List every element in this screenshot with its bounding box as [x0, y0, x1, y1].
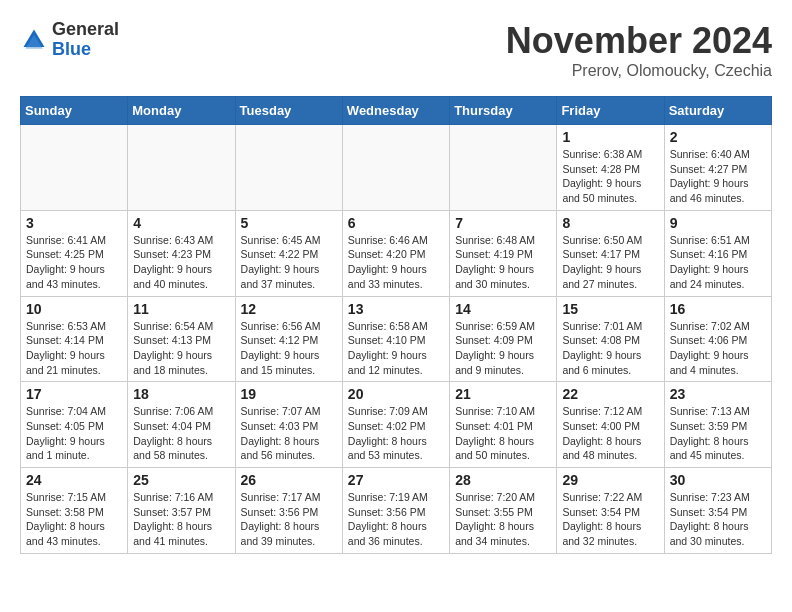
day-number: 13 — [348, 301, 444, 317]
day-detail: Sunrise: 6:46 AM Sunset: 4:20 PM Dayligh… — [348, 233, 444, 292]
day-detail: Sunrise: 7:13 AM Sunset: 3:59 PM Dayligh… — [670, 404, 766, 463]
day-number: 26 — [241, 472, 337, 488]
day-detail: Sunrise: 7:23 AM Sunset: 3:54 PM Dayligh… — [670, 490, 766, 549]
calendar-cell: 4Sunrise: 6:43 AM Sunset: 4:23 PM Daylig… — [128, 210, 235, 296]
day-detail: Sunrise: 6:41 AM Sunset: 4:25 PM Dayligh… — [26, 233, 122, 292]
day-of-week-tuesday: Tuesday — [235, 97, 342, 125]
day-detail: Sunrise: 7:09 AM Sunset: 4:02 PM Dayligh… — [348, 404, 444, 463]
day-of-week-friday: Friday — [557, 97, 664, 125]
calendar-cell: 9Sunrise: 6:51 AM Sunset: 4:16 PM Daylig… — [664, 210, 771, 296]
day-number: 17 — [26, 386, 122, 402]
calendar-cell: 21Sunrise: 7:10 AM Sunset: 4:01 PM Dayli… — [450, 382, 557, 468]
day-number: 14 — [455, 301, 551, 317]
day-number: 5 — [241, 215, 337, 231]
day-number: 2 — [670, 129, 766, 145]
calendar-cell: 29Sunrise: 7:22 AM Sunset: 3:54 PM Dayli… — [557, 468, 664, 554]
day-of-week-wednesday: Wednesday — [342, 97, 449, 125]
day-number: 11 — [133, 301, 229, 317]
day-number: 15 — [562, 301, 658, 317]
calendar-week-5: 24Sunrise: 7:15 AM Sunset: 3:58 PM Dayli… — [21, 468, 772, 554]
day-number: 27 — [348, 472, 444, 488]
day-number: 4 — [133, 215, 229, 231]
day-number: 12 — [241, 301, 337, 317]
day-detail: Sunrise: 6:38 AM Sunset: 4:28 PM Dayligh… — [562, 147, 658, 206]
day-detail: Sunrise: 6:53 AM Sunset: 4:14 PM Dayligh… — [26, 319, 122, 378]
day-number: 8 — [562, 215, 658, 231]
day-detail: Sunrise: 7:06 AM Sunset: 4:04 PM Dayligh… — [133, 404, 229, 463]
calendar-cell: 2Sunrise: 6:40 AM Sunset: 4:27 PM Daylig… — [664, 125, 771, 211]
day-detail: Sunrise: 6:40 AM Sunset: 4:27 PM Dayligh… — [670, 147, 766, 206]
days-of-week-row: SundayMondayTuesdayWednesdayThursdayFrid… — [21, 97, 772, 125]
logo-text: General Blue — [52, 20, 119, 60]
calendar-cell: 27Sunrise: 7:19 AM Sunset: 3:56 PM Dayli… — [342, 468, 449, 554]
day-detail: Sunrise: 7:17 AM Sunset: 3:56 PM Dayligh… — [241, 490, 337, 549]
calendar-cell: 22Sunrise: 7:12 AM Sunset: 4:00 PM Dayli… — [557, 382, 664, 468]
day-detail: Sunrise: 6:59 AM Sunset: 4:09 PM Dayligh… — [455, 319, 551, 378]
calendar-cell: 30Sunrise: 7:23 AM Sunset: 3:54 PM Dayli… — [664, 468, 771, 554]
day-detail: Sunrise: 7:01 AM Sunset: 4:08 PM Dayligh… — [562, 319, 658, 378]
day-detail: Sunrise: 7:12 AM Sunset: 4:00 PM Dayligh… — [562, 404, 658, 463]
calendar-cell: 17Sunrise: 7:04 AM Sunset: 4:05 PM Dayli… — [21, 382, 128, 468]
calendar-cell: 11Sunrise: 6:54 AM Sunset: 4:13 PM Dayli… — [128, 296, 235, 382]
day-number: 1 — [562, 129, 658, 145]
calendar-cell: 3Sunrise: 6:41 AM Sunset: 4:25 PM Daylig… — [21, 210, 128, 296]
calendar-cell: 25Sunrise: 7:16 AM Sunset: 3:57 PM Dayli… — [128, 468, 235, 554]
calendar-cell — [450, 125, 557, 211]
day-detail: Sunrise: 6:50 AM Sunset: 4:17 PM Dayligh… — [562, 233, 658, 292]
calendar-cell: 26Sunrise: 7:17 AM Sunset: 3:56 PM Dayli… — [235, 468, 342, 554]
day-detail: Sunrise: 6:43 AM Sunset: 4:23 PM Dayligh… — [133, 233, 229, 292]
day-number: 18 — [133, 386, 229, 402]
day-detail: Sunrise: 7:22 AM Sunset: 3:54 PM Dayligh… — [562, 490, 658, 549]
day-detail: Sunrise: 6:56 AM Sunset: 4:12 PM Dayligh… — [241, 319, 337, 378]
calendar-cell: 18Sunrise: 7:06 AM Sunset: 4:04 PM Dayli… — [128, 382, 235, 468]
calendar-cell: 16Sunrise: 7:02 AM Sunset: 4:06 PM Dayli… — [664, 296, 771, 382]
calendar-cell: 20Sunrise: 7:09 AM Sunset: 4:02 PM Dayli… — [342, 382, 449, 468]
calendar-cell: 24Sunrise: 7:15 AM Sunset: 3:58 PM Dayli… — [21, 468, 128, 554]
calendar-header: SundayMondayTuesdayWednesdayThursdayFrid… — [21, 97, 772, 125]
calendar-cell: 7Sunrise: 6:48 AM Sunset: 4:19 PM Daylig… — [450, 210, 557, 296]
calendar-cell: 5Sunrise: 6:45 AM Sunset: 4:22 PM Daylig… — [235, 210, 342, 296]
calendar-week-3: 10Sunrise: 6:53 AM Sunset: 4:14 PM Dayli… — [21, 296, 772, 382]
calendar-cell: 8Sunrise: 6:50 AM Sunset: 4:17 PM Daylig… — [557, 210, 664, 296]
calendar-cell: 1Sunrise: 6:38 AM Sunset: 4:28 PM Daylig… — [557, 125, 664, 211]
calendar-cell — [128, 125, 235, 211]
day-number: 23 — [670, 386, 766, 402]
calendar-cell — [342, 125, 449, 211]
logo-icon — [20, 26, 48, 54]
day-number: 29 — [562, 472, 658, 488]
day-detail: Sunrise: 7:20 AM Sunset: 3:55 PM Dayligh… — [455, 490, 551, 549]
day-detail: Sunrise: 7:02 AM Sunset: 4:06 PM Dayligh… — [670, 319, 766, 378]
day-detail: Sunrise: 6:54 AM Sunset: 4:13 PM Dayligh… — [133, 319, 229, 378]
calendar-cell: 19Sunrise: 7:07 AM Sunset: 4:03 PM Dayli… — [235, 382, 342, 468]
day-detail: Sunrise: 7:19 AM Sunset: 3:56 PM Dayligh… — [348, 490, 444, 549]
day-number: 25 — [133, 472, 229, 488]
day-detail: Sunrise: 7:04 AM Sunset: 4:05 PM Dayligh… — [26, 404, 122, 463]
day-of-week-thursday: Thursday — [450, 97, 557, 125]
day-number: 21 — [455, 386, 551, 402]
month-title: November 2024 — [506, 20, 772, 62]
day-detail: Sunrise: 6:48 AM Sunset: 4:19 PM Dayligh… — [455, 233, 551, 292]
calendar-cell: 12Sunrise: 6:56 AM Sunset: 4:12 PM Dayli… — [235, 296, 342, 382]
calendar-body: 1Sunrise: 6:38 AM Sunset: 4:28 PM Daylig… — [21, 125, 772, 554]
logo-blue: Blue — [52, 40, 119, 60]
day-detail: Sunrise: 6:51 AM Sunset: 4:16 PM Dayligh… — [670, 233, 766, 292]
calendar-cell: 15Sunrise: 7:01 AM Sunset: 4:08 PM Dayli… — [557, 296, 664, 382]
day-number: 22 — [562, 386, 658, 402]
day-number: 30 — [670, 472, 766, 488]
calendar-cell — [235, 125, 342, 211]
logo-general: General — [52, 20, 119, 40]
day-detail: Sunrise: 7:10 AM Sunset: 4:01 PM Dayligh… — [455, 404, 551, 463]
logo: General Blue — [20, 20, 119, 60]
calendar-cell: 14Sunrise: 6:59 AM Sunset: 4:09 PM Dayli… — [450, 296, 557, 382]
day-number: 28 — [455, 472, 551, 488]
calendar-week-2: 3Sunrise: 6:41 AM Sunset: 4:25 PM Daylig… — [21, 210, 772, 296]
calendar-week-4: 17Sunrise: 7:04 AM Sunset: 4:05 PM Dayli… — [21, 382, 772, 468]
day-number: 9 — [670, 215, 766, 231]
calendar-cell — [21, 125, 128, 211]
calendar-cell: 6Sunrise: 6:46 AM Sunset: 4:20 PM Daylig… — [342, 210, 449, 296]
day-number: 3 — [26, 215, 122, 231]
day-number: 10 — [26, 301, 122, 317]
location-subtitle: Prerov, Olomoucky, Czechia — [506, 62, 772, 80]
day-of-week-saturday: Saturday — [664, 97, 771, 125]
day-detail: Sunrise: 7:16 AM Sunset: 3:57 PM Dayligh… — [133, 490, 229, 549]
